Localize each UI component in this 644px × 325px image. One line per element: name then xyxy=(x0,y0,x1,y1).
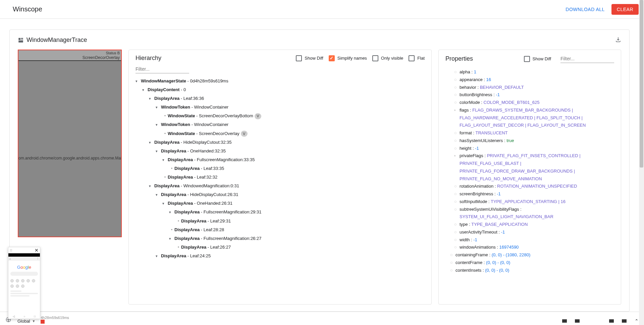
scrollbar-thumb[interactable] xyxy=(640,0,643,19)
page-scrollbar[interactable] xyxy=(639,0,644,19)
app-header: Winscope DOWNLOAD ALL CLEAR xyxy=(0,0,644,19)
clear-button[interactable]: CLEAR xyxy=(611,4,639,15)
app-title: Winscope xyxy=(13,5,42,13)
download-all-button[interactable]: DOWNLOAD ALL xyxy=(561,4,608,15)
